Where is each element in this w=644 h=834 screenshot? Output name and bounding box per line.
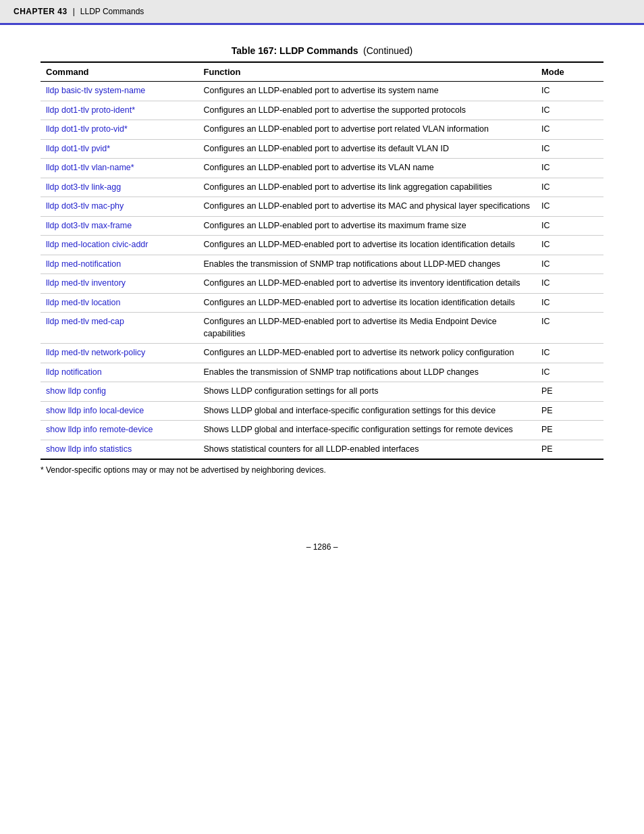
table-row: lldp dot3-tlv mac-phyConfigures an LLDP-… [41,197,603,217]
command-link[interactable]: lldp med-tlv inventory [46,278,126,288]
command-cell[interactable]: lldp dot3-tlv mac-phy [41,197,198,217]
command-link[interactable]: lldp med-tlv location [46,298,120,307]
col-header-command: Command [41,62,198,82]
mode-cell: IC [536,101,603,120]
page-footer: – 1286 – [0,529,644,565]
command-cell[interactable]: show lldp info remote-device [41,421,198,440]
function-cell: Configures an LLDP-enabled port to adver… [198,82,536,101]
table-row: lldp notificationEnables the transmissio… [41,363,603,382]
table-row: lldp med-tlv inventoryConfigures an LLDP… [41,274,603,294]
command-cell[interactable]: lldp dot3-tlv link-agg [41,178,198,197]
function-cell: Configures an LLDP-MED-enabled port to a… [198,274,536,294]
command-cell[interactable]: show lldp info local-device [41,401,198,421]
command-link[interactable]: lldp dot3-tlv max-frame [46,221,132,230]
command-link[interactable]: show lldp config [46,386,106,396]
main-content: Table 167: LLDP Commands (Continued) Com… [0,25,644,502]
table-row: show lldp info remote-deviceShows LLDP g… [41,421,603,440]
table-row: show lldp configShows LLDP configuration… [41,382,603,402]
table-title-row: Table 167: LLDP Commands (Continued) [41,45,603,56]
mode-cell: IC [536,255,603,274]
mode-cell: IC [536,197,603,217]
command-link[interactable]: lldp dot1-tlv vlan-name* [46,163,134,172]
function-cell: Shows LLDP global and interface-specific… [198,421,536,440]
command-cell[interactable]: lldp dot1-tlv proto-vid* [41,120,198,140]
page-number: – 1286 – [306,542,338,552]
command-link[interactable]: lldp notification [46,367,102,377]
mode-cell: PE [536,421,603,440]
function-cell: Shows LLDP configuration settings for al… [198,382,536,402]
mode-cell: IC [536,159,603,178]
command-link[interactable]: lldp dot1-tlv pvid* [46,144,110,153]
table-row: lldp dot1-tlv proto-vid*Configures an LL… [41,120,603,140]
command-link[interactable]: lldp dot1-tlv proto-ident* [46,105,135,115]
command-link[interactable]: show lldp info local-device [46,406,144,415]
command-cell[interactable]: lldp med-location civic-addr [41,236,198,255]
table-title-continued: (Continued) [360,45,412,56]
command-cell[interactable]: lldp basic-tlv system-name [41,82,198,101]
mode-cell: PE [536,440,603,459]
command-link[interactable]: lldp med-notification [46,259,121,269]
function-cell: Configures an LLDP-enabled port to adver… [198,197,536,217]
command-cell[interactable]: show lldp config [41,382,198,402]
command-cell[interactable]: lldp dot1-tlv proto-ident* [41,101,198,120]
function-cell: Shows LLDP global and interface-specific… [198,401,536,421]
function-cell: Configures an LLDP-enabled port to adver… [198,139,536,159]
table-row: lldp dot1-tlv pvid*Configures an LLDP-en… [41,139,603,159]
table-title-bold: Table 167: LLDP Commands [232,45,358,56]
function-cell: Configures an LLDP-enabled port to adver… [198,101,536,120]
command-link[interactable]: lldp dot3-tlv link-agg [46,182,121,192]
function-cell: Configures an LLDP-enabled port to adver… [198,159,536,178]
command-link[interactable]: lldp med-location civic-addr [46,240,148,249]
mode-cell: IC [536,344,603,363]
table-row: lldp med-location civic-addrConfigures a… [41,236,603,255]
table-header-row: Command Function Mode [41,62,603,82]
command-cell[interactable]: lldp med-notification [41,255,198,274]
page-header: Chapter 43 | LLDP Commands [0,0,644,25]
chapter-title: LLDP Commands [80,7,144,16]
commands-table: Command Function Mode lldp basic-tlv sys… [41,61,603,460]
command-cell[interactable]: lldp dot1-tlv vlan-name* [41,159,198,178]
table-row: show lldp info local-deviceShows LLDP gl… [41,401,603,421]
table-row: show lldp info statisticsShows statistic… [41,440,603,459]
mode-cell: IC [536,236,603,255]
col-header-function: Function [198,62,536,82]
command-cell[interactable]: show lldp info statistics [41,440,198,459]
table-row: lldp med-tlv locationConfigures an LLDP-… [41,293,603,313]
command-cell[interactable]: lldp notification [41,363,198,382]
table-row: lldp med-tlv med-capConfigures an LLDP-M… [41,313,603,344]
function-cell: Shows statistical counters for all LLDP-… [198,440,536,459]
function-cell: Configures an LLDP-MED-enabled port to a… [198,313,536,344]
table-row: lldp dot1-tlv proto-ident*Configures an … [41,101,603,120]
mode-cell: IC [536,139,603,159]
table-footnote: * Vendor-specific options may or may not… [41,465,603,475]
command-link[interactable]: lldp dot3-tlv mac-phy [46,201,124,211]
function-cell: Configures an LLDP-MED-enabled port to a… [198,344,536,363]
function-cell: Configures an LLDP-enabled port to adver… [198,120,536,140]
mode-cell: IC [536,313,603,344]
header-separator: | [73,7,75,16]
function-cell: Configures an LLDP-enabled port to adver… [198,216,536,236]
command-link[interactable]: show lldp info remote-device [46,425,153,434]
mode-cell: PE [536,401,603,421]
command-cell[interactable]: lldp dot1-tlv pvid* [41,139,198,159]
mode-cell: IC [536,120,603,140]
command-cell[interactable]: lldp med-tlv location [41,293,198,313]
command-link[interactable]: lldp med-tlv med-cap [46,317,124,326]
function-cell: Enables the transmission of SNMP trap no… [198,363,536,382]
command-link[interactable]: show lldp info statistics [46,444,132,454]
table-row: lldp dot1-tlv vlan-name*Configures an LL… [41,159,603,178]
table-row: lldp basic-tlv system-nameConfigures an … [41,82,603,101]
table-row: lldp dot3-tlv max-frameConfigures an LLD… [41,216,603,236]
command-cell[interactable]: lldp med-tlv inventory [41,274,198,294]
command-link[interactable]: lldp dot1-tlv proto-vid* [46,124,128,134]
mode-cell: IC [536,178,603,197]
command-link[interactable]: lldp basic-tlv system-name [46,86,145,95]
table-row: lldp dot3-tlv link-aggConfigures an LLDP… [41,178,603,197]
command-cell[interactable]: lldp med-tlv med-cap [41,313,198,344]
mode-cell: IC [536,293,603,313]
command-cell[interactable]: lldp dot3-tlv max-frame [41,216,198,236]
mode-cell: IC [536,82,603,101]
command-cell[interactable]: lldp med-tlv network-policy [41,344,198,363]
command-link[interactable]: lldp med-tlv network-policy [46,348,145,357]
mode-cell: IC [536,363,603,382]
